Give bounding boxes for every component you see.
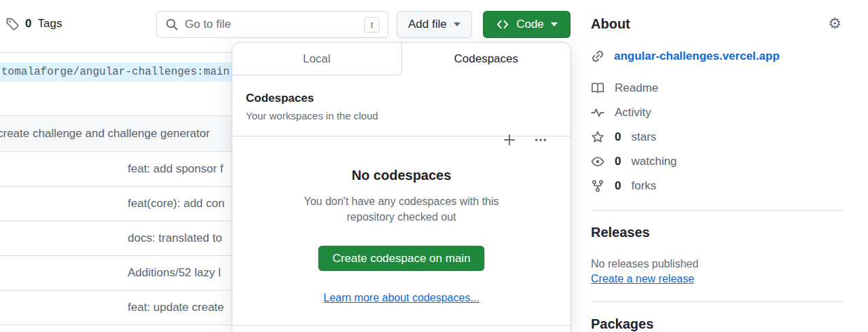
search-shortcut-key: t bbox=[364, 17, 380, 33]
commit-message-link[interactable]: docs: translated to bbox=[128, 232, 222, 245]
tab-codespaces[interactable]: Codespaces bbox=[402, 43, 571, 75]
tags-link[interactable]: 0 Tags bbox=[5, 17, 62, 31]
stars-label: stars bbox=[631, 130, 656, 144]
commit-message-link[interactable]: feat: add sponsor f bbox=[128, 162, 223, 176]
sidebar-item-watching[interactable]: 0 watching bbox=[591, 154, 677, 168]
search-input[interactable] bbox=[185, 18, 358, 31]
new-codespace-button[interactable] bbox=[503, 133, 516, 147]
create-codespace-button[interactable]: Create codespace on main bbox=[318, 246, 484, 271]
branch-ref-chip: tomalaforge/angular-challenges:main bbox=[0, 62, 236, 81]
releases-title: Releases bbox=[591, 225, 650, 240]
sidebar-item-readme[interactable]: Readme bbox=[591, 81, 677, 95]
branch-status-bar: tomalaforge/angular-challenges:main . bbox=[0, 62, 246, 81]
readme-label: Readme bbox=[615, 81, 658, 95]
go-to-file-search[interactable]: t bbox=[156, 11, 388, 38]
code-icon bbox=[496, 18, 509, 31]
codespaces-options-button[interactable] bbox=[534, 133, 547, 147]
chevron-down-icon bbox=[454, 22, 460, 26]
tab-local[interactable]: Local bbox=[232, 43, 402, 75]
watching-count: 0 bbox=[615, 155, 621, 168]
code-button[interactable]: Code bbox=[483, 11, 571, 38]
commit-message-link[interactable]: feat(core): add con bbox=[128, 197, 225, 210]
fork-icon bbox=[591, 179, 604, 193]
code-button-label: Code bbox=[516, 18, 544, 31]
tag-icon bbox=[5, 17, 19, 31]
tags-count: 0 bbox=[25, 17, 31, 31]
star-icon bbox=[591, 130, 604, 144]
sidebar-item-activity[interactable]: Activity bbox=[591, 105, 677, 119]
releases-empty-text: No releases published bbox=[591, 258, 698, 270]
codespaces-subtitle: Your workspaces in the cloud bbox=[246, 110, 557, 122]
codespaces-header: Codespaces Your workspaces in the cloud bbox=[232, 75, 571, 136]
add-file-button[interactable]: Add file bbox=[397, 11, 472, 38]
codespaces-actions bbox=[503, 133, 547, 147]
sidebar-item-stars[interactable]: 0 stars bbox=[591, 130, 677, 144]
forks-label: forks bbox=[631, 179, 656, 193]
pulse-icon bbox=[591, 106, 604, 119]
tab-local-label: Local bbox=[303, 52, 331, 66]
add-file-label: Add file bbox=[408, 18, 447, 31]
kebab-horizontal-icon bbox=[534, 133, 547, 147]
about-links: Readme Activity 0 stars bbox=[591, 81, 677, 203]
plus-icon bbox=[503, 133, 516, 147]
code-dropdown-tabs: Local Codespaces bbox=[232, 43, 571, 75]
divider bbox=[591, 301, 844, 302]
chevron-down-icon bbox=[551, 22, 558, 26]
stars-count: 0 bbox=[615, 130, 621, 144]
tab-codespaces-label: Codespaces bbox=[454, 52, 518, 66]
empty-state-title: No codespaces bbox=[232, 168, 571, 183]
divider bbox=[0, 52, 246, 53]
learn-more-link[interactable]: Learn more about codespaces... bbox=[323, 292, 479, 303]
eye-icon bbox=[591, 155, 604, 168]
empty-state-description-line1: You don't have any codespaces with this bbox=[232, 193, 571, 209]
website-url[interactable]: angular-challenges.vercel.app bbox=[614, 50, 780, 63]
link-icon bbox=[591, 50, 604, 63]
activity-label: Activity bbox=[615, 106, 651, 119]
sidebar-item-forks[interactable]: 0 forks bbox=[591, 179, 677, 193]
packages-title: Packages bbox=[591, 316, 653, 332]
codespaces-title: Codespaces bbox=[246, 92, 557, 105]
tags-label: Tags bbox=[37, 17, 62, 31]
forks-count: 0 bbox=[615, 179, 621, 193]
commit-message-link[interactable]: feat: update create bbox=[128, 301, 224, 314]
book-icon bbox=[591, 81, 604, 95]
code-dropdown-panel: Local Codespaces Codespaces Your workspa… bbox=[232, 42, 571, 332]
gear-icon[interactable]: ⚙ bbox=[828, 17, 842, 31]
create-release-link[interactable]: Create a new release bbox=[591, 273, 694, 285]
about-title: About bbox=[591, 16, 630, 32]
search-icon bbox=[165, 18, 179, 31]
commit-message-link[interactable]: Additions/52 lazy l bbox=[128, 266, 221, 280]
watching-label: watching bbox=[631, 155, 676, 168]
learn-more-row: Learn more about codespaces... bbox=[232, 292, 571, 304]
empty-state-description-line2: repository checked out bbox=[232, 209, 571, 225]
divider bbox=[591, 210, 844, 211]
latest-commit-message[interactable]: create challenge and challenge generator bbox=[0, 127, 210, 141]
repo-page: 0 Tags t Add file Code tomalaforge/angul… bbox=[0, 0, 868, 332]
empty-state-description: You don't have any codespaces with this … bbox=[232, 193, 571, 225]
website-link-row[interactable]: angular-challenges.vercel.app bbox=[591, 50, 780, 63]
divider bbox=[232, 325, 571, 326]
repo-sidebar: About ⚙ angular-challenges.vercel.app bbox=[591, 0, 844, 332]
